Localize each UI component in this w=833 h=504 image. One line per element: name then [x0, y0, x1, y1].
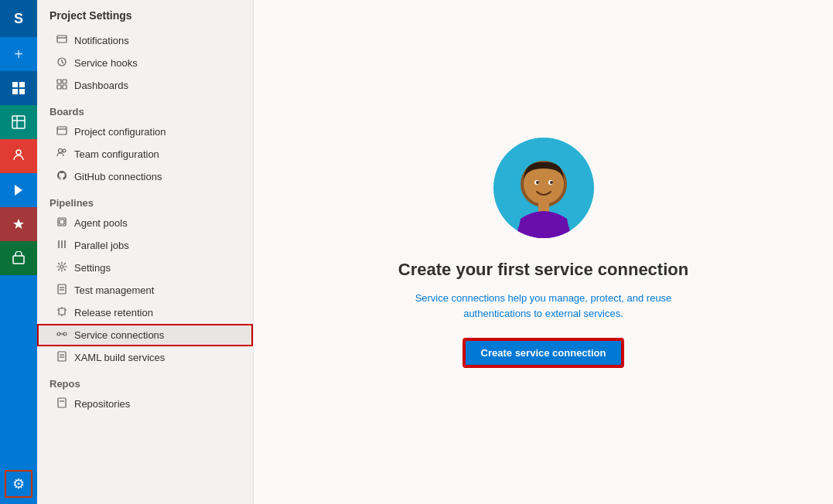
sidebar-item-project-config[interactable]: Project configuration	[37, 121, 253, 143]
service-hooks-label: Service hooks	[74, 57, 241, 69]
dashboards-label: Dashboards	[74, 80, 241, 91]
sidebar-item-release-retention[interactable]: Release retention	[37, 301, 253, 324]
activity-bar: S + ⚙	[0, 0, 37, 504]
sidebar-item-settings[interactable]: Settings	[37, 257, 253, 279]
svg-point-44	[536, 181, 539, 184]
svg-rect-18	[63, 85, 67, 89]
project-config-label: Project configuration	[74, 126, 241, 138]
svg-point-33	[63, 332, 67, 335]
svg-line-14	[62, 62, 63, 63]
avatar-illustration	[493, 138, 594, 238]
repositories-label: Repositories	[74, 398, 241, 410]
svg-point-28	[60, 265, 63, 268]
sidebar-item-service-connections[interactable]: Service connections	[37, 324, 253, 346]
sidebar-item-repositories[interactable]: Repositories	[37, 393, 253, 415]
create-service-connection-button[interactable]: Create service connection	[464, 339, 623, 366]
team-config-icon	[56, 148, 68, 161]
svg-rect-2	[12, 89, 18, 94]
service-connections-label: Service connections	[74, 329, 241, 341]
svg-rect-17	[57, 85, 61, 89]
release-retention-icon	[56, 306, 68, 319]
sidebar-header: Project Settings	[37, 0, 253, 29]
activity-bar-top: S +	[0, 0, 37, 470]
svg-rect-1	[19, 82, 25, 87]
svg-marker-8	[15, 185, 22, 196]
artifacts-nav-icon[interactable]	[0, 241, 37, 275]
sidebar-item-team-config[interactable]: Team configuration	[37, 143, 253, 165]
testplans-nav-icon[interactable]	[0, 207, 37, 241]
service-connections-icon	[56, 329, 68, 342]
main-content: Create your first service connection Ser…	[254, 0, 833, 504]
xaml-build-icon	[56, 351, 68, 364]
svg-rect-29	[58, 284, 66, 294]
pipelines-nav-icon[interactable]	[0, 173, 37, 207]
activity-bar-bottom: ⚙	[5, 470, 32, 504]
svg-point-21	[59, 149, 63, 153]
team-config-label: Team configuration	[74, 148, 241, 160]
svg-rect-9	[13, 256, 24, 264]
svg-rect-4	[12, 116, 25, 128]
test-management-icon	[56, 284, 68, 297]
main-title: Create your first service connection	[398, 260, 688, 280]
svg-rect-35	[58, 352, 66, 361]
github-connections-label: GitHub connections	[74, 171, 241, 182]
repositories-icon	[56, 397, 68, 410]
svg-rect-19	[57, 127, 67, 135]
section-repos: Repos	[37, 369, 253, 393]
sidebar-item-test-management[interactable]: Test management	[37, 279, 253, 301]
add-icon[interactable]: +	[0, 37, 37, 71]
xaml-build-label: XAML build services	[74, 352, 241, 363]
app-logo[interactable]: S	[0, 0, 37, 37]
svg-point-22	[63, 149, 66, 152]
parallel-jobs-icon	[56, 239, 68, 252]
release-retention-label: Release retention	[74, 307, 241, 318]
sidebar-item-notifications[interactable]: Notifications	[37, 29, 253, 52]
svg-rect-24	[60, 220, 64, 224]
main-description: Service connections help you manage, pro…	[381, 291, 706, 321]
svg-point-7	[16, 150, 21, 155]
github-icon	[56, 170, 68, 183]
sidebar-item-github[interactable]: GitHub connections	[37, 165, 253, 188]
svg-rect-16	[63, 80, 67, 83]
sidebar-item-service-hooks[interactable]: Service hooks	[37, 52, 253, 74]
section-boards: Boards	[37, 97, 253, 121]
svg-rect-38	[58, 398, 66, 407]
sidebar-item-dashboards[interactable]: Dashboards	[37, 74, 253, 97]
dashboards-icon	[56, 79, 68, 92]
service-hooks-icon	[56, 56, 68, 70]
sidebar-item-agent-pools[interactable]: Agent pools	[37, 212, 253, 234]
svg-point-45	[550, 181, 553, 184]
svg-rect-3	[19, 89, 25, 94]
test-management-label: Test management	[74, 284, 241, 296]
agent-pools-icon	[56, 216, 68, 230]
section-pipelines: Pipelines	[37, 188, 253, 212]
parallel-jobs-label: Parallel jobs	[74, 240, 241, 251]
home-nav-icon[interactable]	[0, 71, 37, 105]
sidebar-item-xaml-build[interactable]: XAML build services	[37, 346, 253, 369]
svg-rect-10	[57, 36, 67, 43]
settings-gear-icon[interactable]: ⚙	[5, 470, 32, 498]
notifications-label: Notifications	[74, 35, 241, 46]
sidebar: Project Settings Notifications Service h…	[37, 0, 254, 504]
settings-icon	[56, 261, 68, 274]
boards-nav-icon[interactable]	[0, 105, 37, 139]
sidebar-item-parallel-jobs[interactable]: Parallel jobs	[37, 234, 253, 257]
project-config-icon	[56, 125, 68, 138]
svg-rect-0	[12, 82, 18, 87]
svg-rect-15	[57, 80, 61, 83]
notifications-icon	[56, 34, 68, 47]
repos-nav-icon[interactable]	[0, 139, 37, 173]
svg-point-32	[57, 332, 60, 335]
settings-label: Settings	[74, 262, 241, 274]
agent-pools-label: Agent pools	[74, 217, 241, 229]
